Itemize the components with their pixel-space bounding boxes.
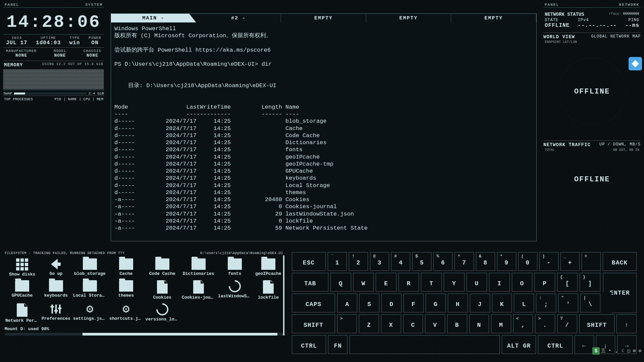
tab-4[interactable]: EMPTY <box>451 14 536 22</box>
key-5[interactable]: $5 <box>412 252 431 271</box>
fs-item-cookies[interactable]: Cookies <box>145 280 180 301</box>
svg-rect-5 <box>58 308 62 309</box>
key-0[interactable]: (0 <box>518 252 537 271</box>
fs-item-code-cache[interactable]: Code Cache <box>145 258 180 278</box>
key-g[interactable]: G <box>426 294 446 312</box>
key-7[interactable]: ^7 <box>454 252 474 271</box>
key-y[interactable]: Y <box>444 273 465 292</box>
fs-scrollbar[interactable] <box>5 333 283 336</box>
key-;[interactable]: :; <box>536 294 556 312</box>
key-1[interactable]: `1 <box>328 252 347 271</box>
key-8[interactable]: &8 <box>476 252 495 271</box>
key-f[interactable]: F <box>404 294 424 312</box>
key-[[interactable]: {[ <box>557 273 578 292</box>
key-v[interactable]: V <box>425 314 445 333</box>
key-↑[interactable]: ↑ <box>616 314 637 333</box>
fs-item-shortcuts-json[interactable]: ⚙shortcuts.json <box>109 303 144 324</box>
key-.[interactable]: >. <box>535 314 555 333</box>
key-caps[interactable]: CAPS <box>292 294 335 312</box>
key-l[interactable]: L <box>514 294 534 312</box>
key-'[interactable]: "' <box>558 294 578 312</box>
key-3[interactable]: @3 <box>370 252 389 271</box>
virtual-keyboard: ESC`1!2@3#4$5%6^7&8*9(0)-_+=BACK TABQWER… <box>292 252 637 356</box>
key->[interactable]: > <box>337 314 357 333</box>
fs-item-local-storage[interactable]: Local Storage <box>72 280 107 301</box>
key-back[interactable]: BACK <box>603 252 637 271</box>
tab-1[interactable]: #2 - <box>196 14 281 22</box>
key-\[interactable]: |\ <box>580 294 600 312</box>
key-9[interactable]: *9 <box>497 252 516 271</box>
svg-rect-0 <box>51 305 53 314</box>
key-alt gr[interactable]: ALT GR <box>502 335 536 354</box>
fs-item-versions-log-[interactable]: versions_log... <box>145 303 180 324</box>
folder-icon <box>119 280 133 292</box>
fs-item-dictionaries[interactable]: Dictionaries <box>181 258 216 278</box>
svg-rect-1 <box>55 305 57 314</box>
fs-item-cookies-jour-[interactable]: Cookies-jour... <box>181 280 216 301</box>
key-r[interactable]: R <box>398 273 419 292</box>
fs-item-preferences[interactable]: Preferences <box>41 303 71 324</box>
key-w[interactable]: W <box>353 273 374 292</box>
key--[interactable]: )- <box>539 252 558 271</box>
key-tab[interactable]: TAB <box>292 273 328 292</box>
key-z[interactable]: Z <box>359 314 379 333</box>
tab-0[interactable]: MAIN - <box>111 14 196 22</box>
key-p[interactable]: P <box>534 273 555 292</box>
key-/[interactable]: ?/ <box>557 314 577 333</box>
fs-item-blob-storage[interactable]: blob_storage <box>72 258 107 278</box>
key-h[interactable]: H <box>448 294 468 312</box>
key-ctrl[interactable]: CTRL <box>292 335 326 354</box>
terminal-output[interactable]: Windows PowerShell 版权所有 (C) Microsoft Co… <box>111 22 536 234</box>
tab-3[interactable]: EMPTY <box>366 14 451 22</box>
traffic-graph: OFFLINE <box>543 153 641 206</box>
key-+[interactable]: _+ <box>560 252 580 271</box>
key-q[interactable]: Q <box>330 273 351 292</box>
key-x[interactable]: X <box>381 314 401 333</box>
fs-item-cache[interactable]: Cache <box>109 258 144 278</box>
key-c[interactable]: C <box>403 314 423 333</box>
tab-2[interactable]: EMPTY <box>281 14 366 22</box>
fs-item-go-up[interactable]: Go up <box>41 258 71 278</box>
key-i[interactable]: I <box>489 273 510 292</box>
terminal[interactable]: MAIN -#2 -EMPTYEMPTYEMPTY Windows PowerS… <box>111 13 537 241</box>
key-←[interactable]: ← <box>575 335 594 354</box>
key-o[interactable]: O <box>512 273 533 292</box>
key-a[interactable]: A <box>337 294 357 312</box>
fs-item-network-pers-[interactable]: Network Pers... <box>5 303 40 324</box>
key-b[interactable]: B <box>447 314 467 333</box>
key-4[interactable]: #4 <box>391 252 410 271</box>
key-e[interactable]: E <box>376 273 396 292</box>
key-][interactable]: }] <box>580 273 600 292</box>
fs-item-keyboards[interactable]: keyboards <box>41 280 71 301</box>
gear-icon: ⚙ <box>83 303 97 315</box>
key-s[interactable]: S <box>359 294 379 312</box>
key-esc[interactable]: ESC <box>292 252 326 271</box>
fs-item-gpucache[interactable]: GPUCache <box>5 280 40 301</box>
key-blank[interactable] <box>350 335 500 354</box>
key-2[interactable]: !2 <box>349 252 368 271</box>
fs-item-settings-json[interactable]: ⚙settings.json <box>72 303 107 324</box>
fs-item-show-disks[interactable]: Show disks <box>5 258 40 278</box>
key-fn[interactable]: FN <box>328 335 347 354</box>
app-icon[interactable] <box>629 57 642 70</box>
key-j[interactable]: J <box>470 294 490 312</box>
key-ctrl[interactable]: CTRL <box>538 335 572 354</box>
key-m[interactable]: M <box>491 314 511 333</box>
key-6[interactable]: %6 <box>433 252 452 271</box>
key-,[interactable]: <, <box>513 314 533 333</box>
key-shift[interactable]: SHIFT <box>292 314 335 333</box>
ime-indicator[interactable]: S <box>592 347 600 355</box>
key-t[interactable]: T <box>421 273 442 292</box>
ime-bar[interactable]: S 五 ꞏ ， ☾ ◫ ⊞ ⊕ <box>592 347 641 355</box>
key-k[interactable]: K <box>492 294 512 312</box>
key-shift[interactable]: SHIFT <box>579 314 615 333</box>
fs-item-geoipcache[interactable]: geoIPcache <box>254 258 283 278</box>
key-d[interactable]: D <box>381 294 401 312</box>
fs-item-themes[interactable]: themes <box>109 280 144 301</box>
fs-item-lockfile[interactable]: lockfile <box>254 280 283 301</box>
fs-item-lastwindows-[interactable]: lastWindowS... <box>217 280 252 301</box>
key-n[interactable]: N <box>469 314 489 333</box>
fs-item-fonts[interactable]: fonts <box>217 258 252 278</box>
key-=[interactable]: = <box>582 252 601 271</box>
key-u[interactable]: U <box>467 273 487 292</box>
